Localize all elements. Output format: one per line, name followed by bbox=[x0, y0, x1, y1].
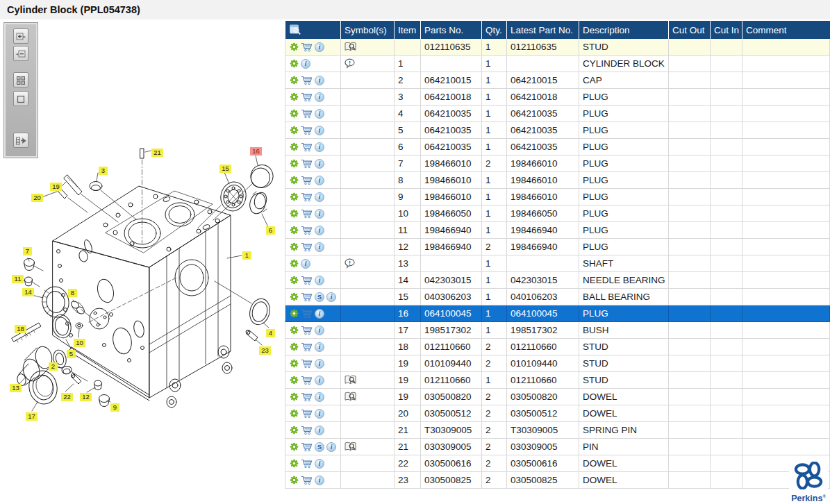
gear-icon[interactable] bbox=[290, 376, 299, 385]
cart-icon[interactable] bbox=[301, 426, 313, 435]
info-icon[interactable]: i bbox=[315, 426, 324, 435]
table-row[interactable]: i ! 1 1 CYLINDER BLOCK bbox=[285, 56, 830, 72]
table-row[interactable]: i 3 064210018 1 064210018 PLUG bbox=[285, 89, 830, 106]
diagram-callout-2[interactable]: 2 bbox=[49, 362, 58, 371]
diagram-callout-5[interactable]: 5 bbox=[67, 350, 76, 358]
info-icon[interactable]: i bbox=[315, 76, 324, 85]
info-icon[interactable]: i bbox=[301, 59, 310, 69]
callout-note-icon[interactable]: ! bbox=[345, 258, 355, 269]
gear-icon[interactable] bbox=[290, 442, 299, 451]
gear-icon[interactable] bbox=[290, 126, 299, 135]
gear-icon[interactable] bbox=[290, 426, 299, 435]
cart-icon[interactable] bbox=[301, 192, 313, 202]
cart-icon[interactable] bbox=[301, 459, 313, 469]
gear-icon[interactable] bbox=[290, 259, 299, 268]
cart-icon[interactable] bbox=[301, 159, 313, 169]
info-icon[interactable]: i bbox=[315, 176, 324, 185]
info-icon[interactable]: i bbox=[315, 376, 324, 385]
info-icon[interactable]: i bbox=[315, 92, 324, 102]
fit-view-button[interactable] bbox=[13, 91, 28, 106]
cart-icon[interactable] bbox=[301, 292, 313, 302]
gear-icon[interactable] bbox=[290, 92, 299, 101]
info-icon[interactable]: i bbox=[315, 476, 324, 485]
diagram-callout-16[interactable]: 16 bbox=[250, 147, 262, 156]
book-illustration-icon[interactable] bbox=[345, 42, 356, 52]
info-icon[interactable]: i bbox=[315, 159, 324, 169]
table-row[interactable]: i 012110635 1 012110635 STUD bbox=[285, 39, 830, 56]
info-icon[interactable]: i bbox=[315, 226, 324, 235]
table-row[interactable]: i 5 064210035 1 064210035 PLUG bbox=[285, 122, 830, 139]
info-icon[interactable]: i bbox=[315, 409, 324, 419]
gear-icon[interactable] bbox=[290, 226, 299, 235]
zoom-out-button[interactable] bbox=[13, 46, 28, 61]
diagram-callout-6[interactable]: 6 bbox=[266, 226, 275, 235]
gear-icon[interactable] bbox=[290, 76, 299, 85]
table-row[interactable]: Si 21 030309005 2 030309005 PIN bbox=[285, 439, 830, 455]
table-row[interactable]: i 6 064210035 1 064210035 PLUG bbox=[285, 139, 830, 156]
diagram-callout-23[interactable]: 23 bbox=[259, 346, 271, 355]
info-icon[interactable]: i bbox=[315, 309, 324, 319]
cart-icon[interactable] bbox=[301, 92, 313, 102]
cart-icon[interactable] bbox=[301, 442, 313, 452]
diagram-callout-9[interactable]: 9 bbox=[110, 403, 119, 412]
diagram-callout-21[interactable]: 21 bbox=[151, 149, 163, 157]
diagram-callout-22[interactable]: 22 bbox=[61, 393, 73, 401]
diagram-callout-13[interactable]: 13 bbox=[10, 384, 22, 392]
gear-icon[interactable] bbox=[290, 242, 299, 251]
table-row[interactable]: i 7 198466010 2 198466010 PLUG bbox=[285, 156, 830, 172]
table-row[interactable]: i 16 064100045 1 064100045 PLUG bbox=[285, 305, 830, 322]
table-row[interactable]: i 2 064210015 1 064210015 CAP bbox=[285, 72, 830, 89]
table-row[interactable]: i 14 042303015 1 042303015 NEEDLE BEARIN… bbox=[285, 272, 830, 289]
toggle-panel-button[interactable] bbox=[13, 133, 28, 148]
gear-icon[interactable] bbox=[290, 309, 299, 318]
gear-icon[interactable] bbox=[290, 209, 299, 218]
diagram-callout-1[interactable]: 1 bbox=[242, 251, 251, 260]
gear-icon[interactable] bbox=[290, 342, 299, 351]
cart-icon[interactable] bbox=[301, 109, 313, 119]
book-illustration-icon[interactable] bbox=[345, 375, 356, 385]
info-icon[interactable]: i bbox=[315, 142, 324, 152]
gear-icon[interactable] bbox=[290, 159, 299, 168]
cart-icon[interactable] bbox=[301, 409, 313, 419]
cart-icon[interactable] bbox=[301, 326, 313, 335]
info-icon[interactable]: i bbox=[301, 259, 310, 269]
diagram-callout-8[interactable]: 8 bbox=[68, 289, 77, 297]
gear-icon[interactable] bbox=[290, 292, 299, 301]
gear-icon[interactable] bbox=[290, 476, 299, 485]
gear-icon[interactable] bbox=[290, 326, 299, 335]
find-in-list-icon[interactable] bbox=[289, 24, 301, 35]
info-icon[interactable]: i bbox=[326, 292, 336, 302]
tile-view-button[interactable] bbox=[13, 72, 28, 87]
info-icon[interactable]: i bbox=[315, 242, 324, 252]
cart-icon[interactable] bbox=[301, 276, 313, 285]
info-icon[interactable]: i bbox=[315, 459, 324, 469]
table-row[interactable]: i 10 198466050 1 198466050 PLUG bbox=[285, 205, 830, 222]
table-row[interactable]: i 9 198466010 1 198466010 PLUG bbox=[285, 189, 830, 205]
table-row[interactable]: i 8 198466010 1 198466010 PLUG bbox=[285, 172, 830, 189]
table-row[interactable]: i 4 064210035 1 064210035 PLUG bbox=[285, 106, 830, 122]
diagram-callout-14[interactable]: 14 bbox=[22, 288, 34, 296]
gear-icon[interactable] bbox=[290, 42, 299, 51]
cart-icon[interactable] bbox=[301, 376, 313, 385]
diagram-callout-10[interactable]: 10 bbox=[74, 339, 85, 347]
info-icon[interactable]: i bbox=[315, 109, 324, 119]
cart-icon[interactable] bbox=[301, 476, 313, 485]
callout-note-icon[interactable]: ! bbox=[345, 58, 355, 69]
book-illustration-icon[interactable] bbox=[345, 392, 356, 402]
superseded-icon[interactable]: S bbox=[315, 442, 324, 452]
diagram-callout-12[interactable]: 12 bbox=[80, 393, 92, 401]
cart-icon[interactable] bbox=[301, 176, 313, 185]
info-icon[interactable]: i bbox=[315, 192, 324, 202]
info-icon[interactable]: i bbox=[315, 392, 324, 402]
table-row[interactable]: i 19 010109440 2 010109440 STUD bbox=[285, 355, 830, 372]
diagram-callout-3[interactable]: 3 bbox=[99, 167, 108, 175]
table-row[interactable]: i 19 012110660 1 012110660 STUD bbox=[285, 372, 830, 389]
table-row[interactable]: i 23 030500825 2 030500825 DOWEL bbox=[285, 472, 830, 489]
gear-icon[interactable] bbox=[290, 409, 299, 418]
book-illustration-icon[interactable] bbox=[345, 442, 356, 452]
gear-icon[interactable] bbox=[290, 359, 299, 368]
diagram-callout-4[interactable]: 4 bbox=[266, 329, 275, 337]
gear-icon[interactable] bbox=[290, 176, 299, 185]
table-row[interactable]: i 19 030500820 2 030500820 DOWEL bbox=[285, 389, 830, 405]
gear-icon[interactable] bbox=[290, 109, 299, 118]
